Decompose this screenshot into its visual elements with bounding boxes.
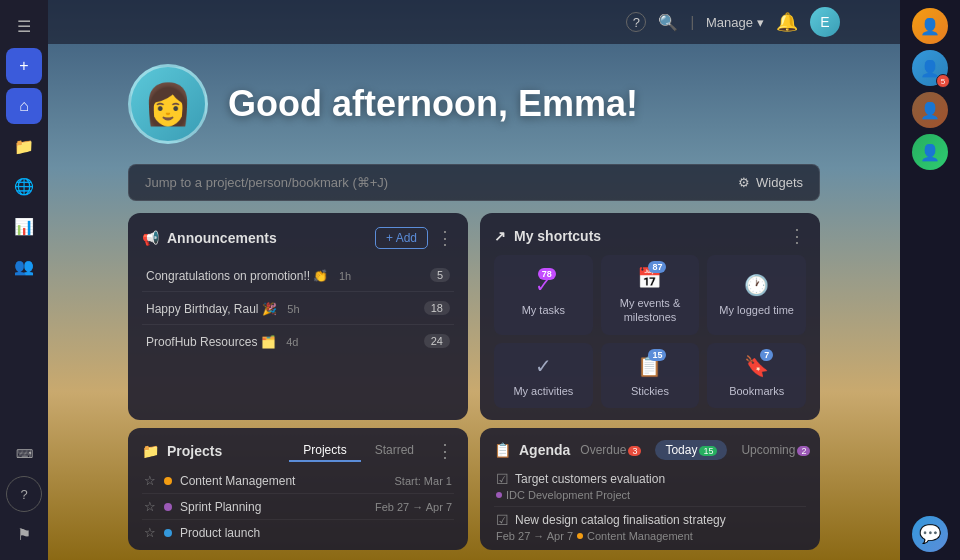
shortcut-bookmarks[interactable]: 🔖 7 Bookmarks [707, 343, 806, 408]
sidebar-people[interactable]: 👥 [6, 248, 42, 284]
right-avatar-container-5: 💬 [912, 516, 948, 552]
shortcuts-widget: ↗ My shortcuts ⋮ ✓ 78 My tasks 📅 87 [480, 213, 820, 420]
projects-widget: 📁 Projects Projects Starred ⋮ ☆ Content … [128, 428, 468, 550]
shortcut-stickies[interactable]: 📋 15 Stickies [601, 343, 700, 408]
tab-today[interactable]: Today15 [655, 440, 727, 460]
agenda-item-2[interactable]: ☑ New design catalog finalisation strate… [494, 507, 806, 547]
checklist-icon-1: ☑ [496, 471, 509, 487]
tasks-icon: ✓ 78 [535, 272, 552, 298]
announcements-add-button[interactable]: + Add [375, 227, 428, 249]
sidebar-chart[interactable]: 📊 [6, 208, 42, 244]
right-avatar-container-3: 👤 [912, 92, 948, 128]
agenda-header: 📋 Agenda Overdue3 Today15 Upcoming2 [494, 440, 806, 460]
agenda-tabs: Overdue3 Today15 Upcoming2 [570, 440, 820, 460]
project-item-3[interactable]: ☆ Product launch [142, 520, 454, 545]
search-bar[interactable]: Jump to a project/person/bookmark (⌘+J) … [128, 164, 820, 201]
announcements-more-button[interactable]: ⋮ [436, 229, 454, 247]
project-dot-3 [164, 529, 172, 537]
ann-count-1: 5 [430, 268, 450, 282]
star-icon-1: ☆ [144, 473, 156, 488]
agenda-title: 📋 Agenda [494, 442, 570, 458]
project-name-1: Content Management [180, 474, 387, 488]
topbar: ? 🔍 | Manage ▾ 🔔 E [48, 0, 900, 44]
announcements-title: 📢 Announcements [142, 230, 277, 246]
right-avatar-container-4: 👤 [912, 134, 948, 170]
today-badge: 15 [699, 446, 717, 456]
stickies-icon: 📋 15 [637, 353, 662, 379]
project-item-1[interactable]: ☆ Content Management Start: Mar 1 [142, 468, 454, 494]
right-avatar-1[interactable]: 👤 [912, 8, 948, 44]
widgets-button[interactable]: ⚙ Widgets [738, 175, 803, 190]
right-panel: 👤 👤 5 👤 👤 💬 [900, 0, 960, 560]
hero-avatar: 👩 [128, 64, 208, 144]
notifications-bell[interactable]: 🔔 [776, 11, 798, 33]
chat-button[interactable]: 💬 [912, 516, 948, 552]
tab-projects[interactable]: Projects [289, 440, 360, 462]
events-icon: 📅 87 [637, 265, 662, 291]
main-content: ? 🔍 | Manage ▾ 🔔 E 👩 Good afternoon, Emm… [48, 0, 900, 560]
agenda-dot-2 [577, 533, 583, 539]
announcement-item-3[interactable]: ProofHub Resources 🗂️ 4d 24 [142, 325, 454, 357]
projects-header: 📁 Projects Projects Starred ⋮ [142, 440, 454, 462]
time-icon: 🕐 [744, 272, 769, 298]
project-date-1: Start: Mar 1 [395, 475, 452, 487]
hero-section: 👩 Good afternoon, Emma! [48, 44, 900, 164]
activities-icon: ✓ [535, 353, 552, 379]
sidebar-flag[interactable]: ⚑ [6, 516, 42, 552]
agenda-title-2: ☑ New design catalog finalisation strate… [496, 512, 804, 528]
shortcut-time[interactable]: 🕐 My logged time [707, 255, 806, 335]
tab-upcoming[interactable]: Upcoming2 [731, 440, 820, 460]
folder-icon: 📁 [142, 443, 159, 459]
avatar-brown[interactable]: 👤 [912, 92, 948, 128]
manage-arrow: ▾ [757, 15, 764, 30]
sidebar: ☰ + ⌂ 📁 🌐 📊 👥 ⌨ ? ⚑ [0, 0, 48, 560]
user-avatar[interactable]: E [810, 7, 840, 37]
project-tabs: Projects Starred [289, 440, 428, 462]
manage-label: Manage [706, 15, 753, 30]
time-label: My logged time [719, 303, 794, 317]
avatar-badge-2: 5 [936, 74, 950, 88]
widgets-area: 📢 Announcements + Add ⋮ Congratulations … [48, 213, 900, 420]
agenda-sub-1: IDC Development Project [496, 489, 804, 501]
tab-starred[interactable]: Starred [361, 440, 428, 462]
shortcut-activities[interactable]: ✓ My activities [494, 343, 593, 408]
avatar-green[interactable]: 👤 [912, 134, 948, 170]
announcements-actions: + Add ⋮ [375, 227, 454, 249]
shortcuts-grid: ✓ 78 My tasks 📅 87 My events & milestone… [494, 255, 806, 408]
tab-overdue[interactable]: Overdue3 [570, 440, 651, 460]
tasks-label: My tasks [522, 303, 565, 317]
manage-menu[interactable]: Manage ▾ [706, 15, 764, 30]
sidebar-add[interactable]: + [6, 48, 42, 84]
sidebar-keyboard[interactable]: ⌨ [6, 436, 42, 472]
announcement-item-2[interactable]: Happy Birthday, Raul 🎉 5h 18 [142, 292, 454, 325]
sidebar-help[interactable]: ? [6, 476, 42, 512]
avatar-orange[interactable]: 👤 [912, 8, 948, 44]
help-icon[interactable]: ? [626, 12, 646, 32]
project-date-2: Feb 27 → Apr 7 [375, 501, 452, 513]
search-icon[interactable]: 🔍 [658, 13, 678, 32]
sidebar-globe[interactable]: 🌐 [6, 168, 42, 204]
bookmarks-badge: 7 [760, 349, 773, 361]
hero-name: Emma! [518, 83, 638, 124]
stickies-badge: 15 [648, 349, 666, 361]
checklist-icon-2: ☑ [496, 512, 509, 528]
tasks-badge: 78 [538, 268, 556, 280]
sidebar-home[interactable]: ⌂ [6, 88, 42, 124]
agenda-widget: 📋 Agenda Overdue3 Today15 Upcoming2 [480, 428, 820, 550]
projects-more-button[interactable]: ⋮ [436, 442, 454, 460]
project-dot-2 [164, 503, 172, 511]
hero-greeting: Good afternoon, Emma! [228, 83, 638, 125]
bookmarks-label: Bookmarks [729, 384, 784, 398]
shortcut-tasks[interactable]: ✓ 78 My tasks [494, 255, 593, 335]
announcements-header: 📢 Announcements + Add ⋮ [142, 227, 454, 249]
announcement-item-1[interactable]: Congratulations on promotion!! 👏 1h 5 [142, 259, 454, 292]
sidebar-projects[interactable]: 📁 [6, 128, 42, 164]
shortcut-events[interactable]: 📅 87 My events & milestones [601, 255, 700, 335]
divider: | [690, 14, 694, 30]
agenda-item-1[interactable]: ☑ Target customers evaluation IDC Develo… [494, 466, 806, 507]
sidebar-menu[interactable]: ☰ [6, 8, 42, 44]
project-name-2: Sprint Planning [180, 500, 367, 514]
agenda-sub-2: Feb 27 → Apr 7 Content Management [496, 530, 804, 542]
project-item-2[interactable]: ☆ Sprint Planning Feb 27 → Apr 7 [142, 494, 454, 520]
shortcuts-more-button[interactable]: ⋮ [788, 227, 806, 245]
